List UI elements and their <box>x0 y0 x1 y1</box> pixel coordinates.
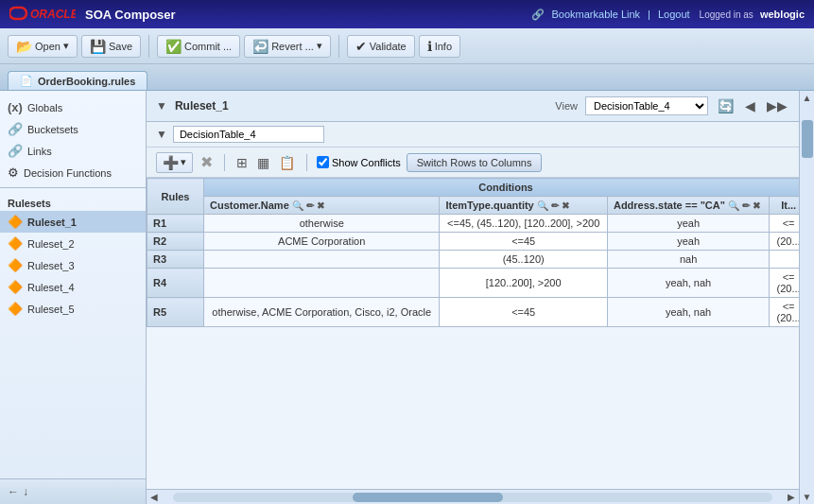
logged-in-user: weblogic <box>760 9 805 20</box>
table-row: R2 ACME Corporation <=45 yeah (20... <box>147 233 800 251</box>
vscroll-up-arrow[interactable]: ▲ <box>801 91 814 105</box>
r5-customer[interactable]: otherwise, ACME Corporation, Cisco, i2, … <box>204 298 440 327</box>
hscroll-left-arrow[interactable]: ◀ <box>150 492 158 502</box>
r3-it[interactable] <box>770 251 799 269</box>
r2-customer[interactable]: ACME Corporation <box>204 233 440 251</box>
toolbar-separator-2 <box>338 35 339 58</box>
vertical-scrollbar[interactable]: ▲ ▼ <box>799 91 814 504</box>
add-row-button[interactable]: ➕ ▾ <box>156 152 193 173</box>
revert-dropdown-icon[interactable]: ▾ <box>317 40 322 52</box>
validate-icon: ✔ <box>355 39 367 54</box>
sidebar-item-ruleset2[interactable]: 🔶 Ruleset_2 <box>0 233 146 254</box>
bookmarkable-link[interactable]: Bookmarkable Link <box>552 9 641 21</box>
ruleset1-icon: 🔶 <box>8 215 23 229</box>
revert-button[interactable]: ↩️ Revert ... ▾ <box>244 35 331 58</box>
horizontal-scrollbar[interactable]: ◀ ▶ <box>147 489 799 504</box>
save-button[interactable]: 💾 Save <box>81 35 141 58</box>
r5-it[interactable]: <=(20... <box>770 298 799 327</box>
add-icon: ➕ <box>163 155 179 170</box>
sidebar-item-decision-functions[interactable]: ⚙ Decision Functions <box>0 162 146 183</box>
show-conflicts-checkbox[interactable]: Show Conflicts <box>317 156 401 168</box>
r3-address[interactable]: nah <box>607 251 769 269</box>
dt-name-input[interactable] <box>173 126 324 143</box>
itemtype-search-icon[interactable]: 🔍 <box>537 200 548 211</box>
th-address-state: Address.state == "CA" 🔍 ✏ ✖ <box>607 197 769 215</box>
table-view-icon[interactable]: ⊞ <box>234 153 250 172</box>
sidebar-item-ruleset5[interactable]: 🔶 Ruleset_5 <box>0 298 146 320</box>
svg-rect-0 <box>9 8 26 19</box>
main-toolbar: 📂 Open ▾ 💾 Save ✅ Commit ... ↩️ Revert .… <box>0 28 814 64</box>
ruleset1-label: Ruleset_1 <box>27 217 77 228</box>
sidebar-item-links[interactable]: 🔗 Links <box>0 140 146 162</box>
vscroll-thumb[interactable] <box>802 120 813 158</box>
delete-row-icon[interactable]: ✖ <box>199 151 215 173</box>
nav-back-icon[interactable]: ◀ <box>743 96 757 115</box>
r1-it[interactable]: <= <box>770 215 799 233</box>
r4-customer[interactable] <box>204 269 440 298</box>
revert-icon: ↩️ <box>252 39 268 54</box>
info-button[interactable]: ℹ Info <box>419 35 460 58</box>
validate-button[interactable]: ✔ Validate <box>347 35 415 58</box>
sidebar-scroll-left[interactable]: ← <box>6 483 21 500</box>
r3-customer[interactable] <box>204 251 440 269</box>
export-icon[interactable]: 📋 <box>277 153 297 172</box>
sidebar-item-bucketsets[interactable]: 🔗 Bucketsets <box>0 118 146 140</box>
svg-text:ORACLE: ORACLE <box>30 8 76 21</box>
r2-itemtype[interactable]: <=45 <box>440 233 608 251</box>
commit-button[interactable]: ✅ Commit ... <box>157 35 240 58</box>
itemtype-edit-icon[interactable]: ✏ <box>551 200 559 211</box>
itemtype-delete-icon[interactable]: ✖ <box>562 200 569 211</box>
tab-orderbooking[interactable]: 📄 OrderBooking.rules <box>8 71 147 90</box>
r3-itemtype[interactable]: (45..120) <box>440 251 608 269</box>
vscroll-down-arrow[interactable]: ▼ <box>801 490 814 504</box>
r2-it[interactable]: (20... <box>770 233 799 251</box>
open-dropdown-icon[interactable]: ▾ <box>63 40 69 52</box>
sidebar-scroll-down[interactable]: ↓ <box>21 483 30 500</box>
toolbar-separator-1 <box>148 35 149 58</box>
th-customer-name: Customer.Name 🔍 ✏ ✖ <box>204 197 440 215</box>
customer-name-delete-icon[interactable]: ✖ <box>317 200 324 211</box>
refresh-icon[interactable]: 🔄 <box>716 96 736 115</box>
nav-more-icon[interactable]: ▶▶ <box>765 96 789 115</box>
r4-it[interactable]: <=(20... <box>770 269 799 298</box>
header-left: ORACLE SOA Composer <box>9 4 176 26</box>
logout-link[interactable]: Logout <box>658 9 690 21</box>
switch-rows-button[interactable]: Switch Rows to Columns <box>407 153 543 172</box>
customer-name-search-icon[interactable]: 🔍 <box>292 200 303 211</box>
table-columns-icon[interactable]: ▦ <box>255 153 271 172</box>
tt-separator-2 <box>306 154 307 171</box>
r1-customer[interactable]: otherwise <box>204 215 440 233</box>
view-label: View <box>555 100 578 112</box>
sidebar-item-globals[interactable]: (x) Globals <box>0 96 146 118</box>
r5-address[interactable]: yeah, nah <box>607 298 769 327</box>
address-edit-icon[interactable]: ✏ <box>742 200 750 211</box>
table-row: R3 (45..120) nah <box>147 251 800 269</box>
r5-itemtype[interactable]: <=45 <box>440 298 608 327</box>
r1-address[interactable]: yeah <box>607 215 769 233</box>
view-select[interactable]: DecisionTable_4 DecisionTable_1 Decision… <box>585 96 708 115</box>
table-row: R5 otherwise, ACME Corporation, Cisco, i… <box>147 298 800 327</box>
r4-address[interactable]: yeah, nah <box>607 269 769 298</box>
hscroll-thumb[interactable] <box>353 493 503 502</box>
sidebar-item-ruleset3[interactable]: 🔶 Ruleset_3 <box>0 254 146 276</box>
show-conflicts-label: Show Conflicts <box>332 157 401 168</box>
sidebar-item-ruleset1[interactable]: 🔶 Ruleset_1 <box>0 211 146 233</box>
r2-address[interactable]: yeah <box>607 233 769 251</box>
customer-name-edit-icon[interactable]: ✏ <box>306 200 314 211</box>
expand-dt-icon[interactable]: ▼ <box>156 128 167 141</box>
r4-itemtype[interactable]: [120..200], >200 <box>440 269 608 298</box>
bucketsets-label: Bucketsets <box>27 124 78 135</box>
th-itemtype-quantity: ItemType.quantity 🔍 ✏ ✖ <box>440 197 608 215</box>
r1-itemtype[interactable]: <=45, (45..120), [120..200], >200 <box>440 215 608 233</box>
sidebar-item-ruleset4[interactable]: 🔶 Ruleset_4 <box>0 276 146 298</box>
hscroll-right-arrow[interactable]: ▶ <box>788 492 795 502</box>
expand-ruleset-icon[interactable]: ▼ <box>156 99 167 113</box>
dt-wrapper: Rules Conditions Customer.Name 🔍 ✏ ✖ <box>147 178 799 504</box>
th-rules: Rules <box>147 179 204 215</box>
content-area: ▼ Ruleset_1 View DecisionTable_4 Decisio… <box>147 91 799 504</box>
open-button[interactable]: 📂 Open ▾ <box>8 35 78 58</box>
address-search-icon[interactable]: 🔍 <box>728 200 739 211</box>
conflicts-checkbox-input[interactable] <box>317 156 329 168</box>
address-delete-icon[interactable]: ✖ <box>753 200 760 211</box>
dt-scroll-area[interactable]: Rules Conditions Customer.Name 🔍 ✏ ✖ <box>147 178 799 489</box>
